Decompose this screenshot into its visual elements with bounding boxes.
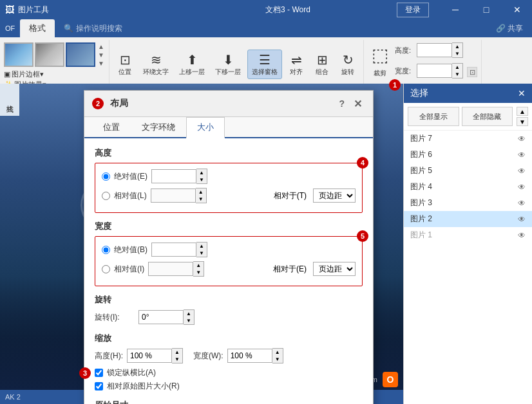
close-button[interactable]: ✕ xyxy=(502,0,532,19)
width-spinner[interactable]: ▲ ▼ xyxy=(417,63,463,78)
scale-width-spinner[interactable]: ▲ ▼ xyxy=(227,348,283,363)
eye-icon-1[interactable]: 👁 xyxy=(518,231,526,240)
hide-all-button[interactable]: 全部隐藏 xyxy=(462,107,513,126)
height-input[interactable] xyxy=(417,43,452,57)
scale-height-up[interactable]: ▲ xyxy=(172,349,182,356)
group-btn[interactable]: ⊞ 组合 xyxy=(310,50,334,78)
height-section: 高度 4 绝对值(E) ▲ ▼ 相对 xyxy=(95,147,363,213)
rotate-spinner[interactable]: ▲ ▼ xyxy=(138,309,195,325)
width-relative-to-select[interactable]: 页边距 xyxy=(313,262,356,276)
height-spinner[interactable]: ▲ ▼ xyxy=(417,42,463,58)
scale-height-down[interactable]: ▼ xyxy=(172,356,182,363)
align-btn[interactable]: ⇌ 对齐 xyxy=(285,50,308,78)
login-button[interactable]: 登录 xyxy=(397,3,429,17)
rotate-down[interactable]: ▼ xyxy=(184,317,194,324)
dialog-tab-position[interactable]: 位置 xyxy=(92,117,131,138)
width-abs-down[interactable]: ▼ xyxy=(196,250,207,257)
width-section: 宽度 5 绝对值(B) ▲ ▼ 相对 xyxy=(95,221,363,286)
show-all-button[interactable]: 全部显示 xyxy=(408,107,459,126)
width-abs-input[interactable] xyxy=(151,243,196,257)
forward-icon: ⬆ xyxy=(187,52,198,68)
send-backward-btn[interactable]: ⬇ 下移一层 xyxy=(211,50,245,78)
height-rel-spinner[interactable]: ▲ ▼ xyxy=(151,188,207,203)
dialog-help-btn[interactable]: ? xyxy=(339,98,345,109)
height-abs-input[interactable] xyxy=(151,169,196,183)
tab-search[interactable]: 🔍 操作说明搜索 xyxy=(55,19,131,37)
height-down-btn[interactable]: ▼ xyxy=(452,50,462,57)
dialog-tab-wrap[interactable]: 文字环绕 xyxy=(131,117,186,138)
width-rel-radio[interactable] xyxy=(102,265,110,273)
size-expand-btn[interactable]: ⊡ xyxy=(467,67,477,77)
height-rel-up[interactable]: ▲ xyxy=(196,188,206,196)
width-input[interactable] xyxy=(417,64,452,78)
tab-of[interactable]: OF xyxy=(0,19,20,37)
crop-icon: ⬚ xyxy=(372,42,388,69)
bring-forward-btn[interactable]: ⬆ 上移一层 xyxy=(175,50,209,78)
dialog-close-btn[interactable]: ✕ xyxy=(350,96,365,111)
minimize-button[interactable]: ─ xyxy=(441,0,470,19)
height-abs-up[interactable]: ▲ xyxy=(196,169,207,176)
eye-icon-2[interactable]: 👁 xyxy=(518,215,526,224)
wrap-text-btn[interactable]: ≋ 环绕文字 xyxy=(139,50,173,78)
dialog-tab-size[interactable]: 大小 xyxy=(186,117,225,138)
scale-width-up[interactable]: ▲ xyxy=(272,349,283,356)
width-rel-input[interactable] xyxy=(148,262,193,276)
height-rel-down[interactable]: ▼ xyxy=(196,196,206,203)
width-abs-spinner[interactable]: ▲ ▼ xyxy=(151,242,207,257)
rotate-input[interactable] xyxy=(138,310,184,324)
picture-border-btn[interactable]: ▣ 图片边框▾ xyxy=(4,69,104,79)
width-abs-radio[interactable] xyxy=(102,246,110,254)
relative-original-checkbox[interactable] xyxy=(95,382,103,390)
share-button[interactable]: 🔗 共享 xyxy=(487,19,532,37)
style-scroll-down[interactable]: ▼ xyxy=(98,51,104,59)
layer-item-2[interactable]: 图片 2 👁 xyxy=(404,211,532,227)
height-abs-down[interactable]: ▼ xyxy=(196,176,207,183)
rotate-btn[interactable]: ↻ 旋转 xyxy=(336,50,359,78)
panel-scroll-down-btn[interactable]: ▼ xyxy=(517,117,528,126)
eye-icon-6[interactable]: 👁 xyxy=(518,151,526,160)
layer-item-4[interactable]: 图片 4 👁 xyxy=(404,179,532,195)
height-up-btn[interactable]: ▲ xyxy=(452,43,462,50)
rotate-up[interactable]: ▲ xyxy=(184,310,194,317)
scale-height-spinner[interactable]: ▲ ▼ xyxy=(127,348,183,363)
style-more[interactable]: ▼ xyxy=(98,60,104,67)
style-thumb-2[interactable] xyxy=(35,42,64,67)
height-abs-radio[interactable] xyxy=(102,172,110,181)
layer-item-5[interactable]: 图片 5 👁 xyxy=(404,163,532,179)
layer-list: 图片 7 👁 图片 6 👁 图片 5 👁 图片 4 👁 图片 3 👁 图片 2 … xyxy=(404,131,532,404)
layer-item-3[interactable]: 图片 3 👁 xyxy=(404,195,532,211)
layer-item-7[interactable]: 图片 7 👁 xyxy=(404,131,532,147)
width-up-btn[interactable]: ▲ xyxy=(452,64,462,71)
status-text: AK 2 xyxy=(5,393,21,401)
layer-item-6[interactable]: 图片 6 👁 xyxy=(404,147,532,163)
selection-pane-btn[interactable]: ☰ 选择窗格 xyxy=(247,50,282,79)
panel-scroll-up-btn[interactable]: ▲ xyxy=(517,107,528,116)
eye-icon-3[interactable]: 👁 xyxy=(518,199,526,208)
layer-item-1[interactable]: 图片 1 👁 xyxy=(404,227,532,243)
height-abs-spinner[interactable]: ▲ ▼ xyxy=(151,169,207,184)
eye-icon-7[interactable]: 👁 xyxy=(518,134,526,143)
position-btn[interactable]: ⊡ 位置 xyxy=(113,50,137,78)
lock-ratio-checkbox[interactable] xyxy=(95,369,103,377)
scale-width-input[interactable] xyxy=(227,349,272,363)
height-relative-to-select[interactable]: 页边距 xyxy=(313,188,356,203)
width-abs-up[interactable]: ▲ xyxy=(196,243,207,250)
scale-height-input[interactable] xyxy=(127,349,172,363)
style-scroll-up[interactable]: ▲ xyxy=(98,43,104,50)
width-rel-up[interactable]: ▲ xyxy=(193,262,204,269)
height-rel-input[interactable] xyxy=(151,188,196,203)
eye-icon-4[interactable]: 👁 xyxy=(518,183,526,192)
style-thumb-3[interactable] xyxy=(66,42,95,67)
crop-btn[interactable]: ⬚ 裁剪 xyxy=(368,40,392,80)
style-thumb-1[interactable] xyxy=(4,42,33,67)
eye-icon-5[interactable]: 👁 xyxy=(518,167,526,176)
panel-close-btn[interactable]: ✕ xyxy=(518,88,526,98)
width-rel-down[interactable]: ▼ xyxy=(193,269,204,276)
width-down-btn[interactable]: ▼ xyxy=(452,71,462,78)
size-btns: ⬚ 裁剪 高度: ▲ ▼ xyxy=(368,40,477,89)
scale-width-down[interactable]: ▼ xyxy=(272,356,283,363)
height-rel-radio[interactable] xyxy=(102,192,110,200)
tab-format[interactable]: 格式 xyxy=(20,19,55,37)
width-rel-spinner[interactable]: ▲ ▼ xyxy=(148,261,204,277)
maximize-button[interactable]: □ xyxy=(471,0,501,19)
